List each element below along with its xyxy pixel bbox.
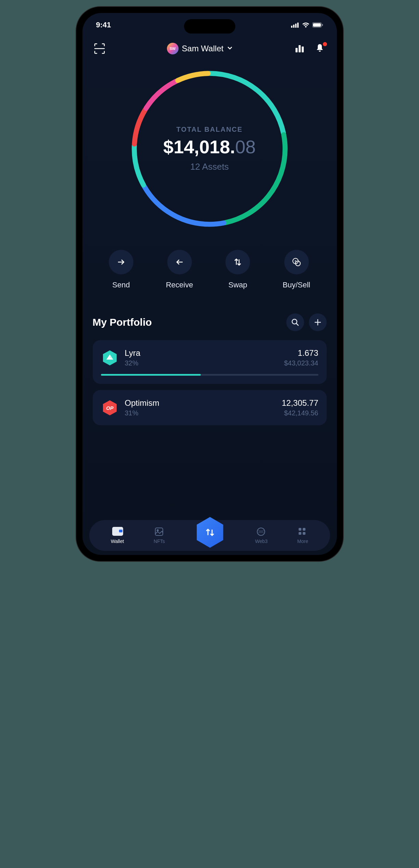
image-icon	[154, 527, 165, 537]
svg-rect-6	[322, 24, 323, 26]
svg-rect-9	[302, 47, 304, 52]
phone-screen: 9:41 SW Sam Wallet	[82, 13, 337, 555]
wifi-icon	[302, 22, 310, 28]
grid-icon	[298, 527, 308, 537]
svg-point-27	[157, 530, 158, 531]
svg-rect-2	[295, 24, 297, 28]
buy-sell-button[interactable]: $ Buy/Sell	[283, 250, 310, 289]
status-time: 9:41	[96, 21, 111, 29]
notification-badge	[323, 42, 327, 46]
svg-rect-31	[299, 532, 301, 535]
svg-rect-5	[313, 23, 321, 27]
svg-rect-0	[291, 26, 292, 28]
nav-more[interactable]: More	[297, 527, 308, 544]
swap-button[interactable]: Swap	[225, 250, 250, 289]
donut-center: TOTAL BALANCE $14,018.08 12 Assets	[163, 126, 256, 172]
wallet-name: Sam Wallet	[182, 44, 224, 53]
svg-rect-30	[303, 528, 305, 531]
chart-icon[interactable]	[294, 43, 305, 54]
portfolio-section: My Portfolio Lyra32%1.673$43,023.34OPOpt…	[82, 289, 337, 425]
asset-amount: 1.673	[284, 348, 318, 358]
signal-icon	[291, 22, 299, 28]
avatar: SW	[167, 43, 179, 54]
portfolio-header: My Portfolio	[93, 313, 327, 331]
swap-icon	[225, 250, 250, 274]
svg-text:$: $	[294, 260, 296, 263]
balance-amount: $14,018.08	[163, 136, 256, 157]
asset-usd: $42,149.56	[282, 409, 318, 417]
svg-rect-8	[299, 45, 301, 52]
asset-progress	[101, 374, 318, 376]
notch	[184, 19, 235, 34]
balance-label: TOTAL BALANCE	[163, 126, 256, 133]
asset-percent: 32%	[125, 359, 278, 367]
svg-rect-7	[296, 48, 298, 52]
asset-icon	[101, 349, 119, 367]
portfolio-title: My Portfolio	[93, 316, 152, 328]
globe-icon	[256, 527, 266, 537]
balance-donut[interactable]: TOTAL BALANCE $14,018.08 12 Assets	[126, 65, 293, 233]
asset-name: Lyra	[125, 348, 278, 358]
svg-rect-1	[293, 25, 294, 28]
receive-button[interactable]: Receive	[166, 250, 193, 289]
asset-card[interactable]: Lyra32%1.673$43,023.34	[93, 340, 327, 384]
avatar-initials: SW	[170, 47, 176, 51]
wallet-icon	[112, 527, 122, 537]
app-header: SW Sam Wallet	[82, 33, 337, 55]
bell-icon[interactable]	[315, 43, 326, 54]
wallet-selector[interactable]: SW Sam Wallet	[167, 43, 233, 54]
asset-usd: $43,023.34	[284, 359, 318, 367]
asset-icon: OP	[101, 399, 119, 417]
arrow-right-icon	[109, 250, 133, 274]
asset-card[interactable]: OPOptimism31%12,305.77$42,149.56	[93, 390, 327, 425]
nav-center-swap[interactable]	[195, 517, 225, 548]
asset-amount: 12,305.77	[282, 398, 318, 408]
add-button[interactable]	[309, 313, 327, 331]
svg-text:OP: OP	[106, 405, 114, 411]
action-row: Send Receive Swap $ Buy/Sell	[82, 233, 337, 289]
chevron-down-icon	[227, 45, 233, 52]
nav-web3[interactable]: Web3	[255, 527, 267, 544]
asset-percent: 31%	[125, 409, 276, 417]
phone-frame: 9:41 SW Sam Wallet	[76, 7, 343, 561]
bottom-nav: Wallet NFTs Web3 More	[89, 520, 330, 551]
asset-name: Optimism	[125, 398, 276, 408]
send-button[interactable]: Send	[109, 250, 133, 289]
nav-wallet[interactable]: Wallet	[111, 527, 124, 544]
coin-icon: $	[284, 250, 309, 274]
assets-count: 12 Assets	[163, 161, 256, 172]
arrow-left-icon	[167, 250, 192, 274]
scan-icon[interactable]	[93, 42, 106, 55]
svg-rect-3	[297, 23, 299, 28]
battery-icon	[312, 22, 323, 28]
nav-nfts[interactable]: NFTs	[154, 527, 165, 544]
svg-rect-32	[303, 532, 305, 535]
svg-rect-29	[299, 528, 301, 531]
search-button[interactable]	[286, 313, 304, 331]
